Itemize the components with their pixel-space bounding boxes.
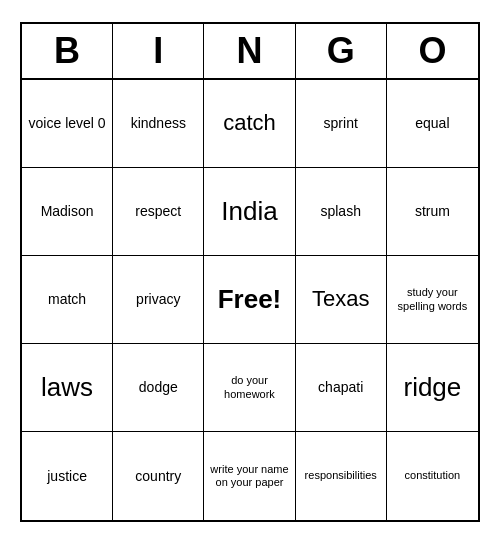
cell-r4-c4: constitution [387, 432, 478, 520]
cell-text-r1-c1: respect [135, 203, 181, 220]
cell-text-r0-c2: catch [223, 110, 276, 136]
bingo-card: BINGO voice level 0kindnesscatchsprinteq… [20, 22, 480, 522]
cell-text-r4-c1: country [135, 468, 181, 485]
cell-r2-c2: Free! [204, 256, 295, 344]
cell-text-r2-c4: study your spelling words [391, 286, 474, 312]
cell-text-r3-c1: dodge [139, 379, 178, 396]
header-letter-o: O [387, 24, 478, 78]
cell-text-r1-c3: splash [320, 203, 360, 220]
cell-text-r2-c3: Texas [312, 286, 369, 312]
cell-text-r2-c2: Free! [218, 284, 282, 315]
cell-text-r1-c4: strum [415, 203, 450, 220]
cell-text-r4-c2: write your name on your paper [208, 463, 290, 489]
cell-r3-c2: do your homework [204, 344, 295, 432]
cell-r3-c3: chapati [296, 344, 387, 432]
cell-r1-c4: strum [387, 168, 478, 256]
cell-r0-c0: voice level 0 [22, 80, 113, 168]
cell-r1-c1: respect [113, 168, 204, 256]
cell-r0-c3: sprint [296, 80, 387, 168]
cell-r2-c4: study your spelling words [387, 256, 478, 344]
header-letter-i: I [113, 24, 204, 78]
cell-r2-c0: match [22, 256, 113, 344]
header-letter-n: N [204, 24, 295, 78]
cell-text-r3-c0: laws [41, 372, 93, 403]
cell-r4-c3: responsibilities [296, 432, 387, 520]
cell-r0-c2: catch [204, 80, 295, 168]
cell-text-r3-c4: ridge [403, 372, 461, 403]
cell-r4-c1: country [113, 432, 204, 520]
cell-r4-c0: justice [22, 432, 113, 520]
cell-text-r4-c3: responsibilities [305, 469, 377, 482]
cell-r3-c0: laws [22, 344, 113, 432]
cell-text-r1-c0: Madison [41, 203, 94, 220]
cell-r3-c1: dodge [113, 344, 204, 432]
cell-r4-c2: write your name on your paper [204, 432, 295, 520]
cell-text-r4-c0: justice [47, 468, 87, 485]
cell-r2-c3: Texas [296, 256, 387, 344]
cell-text-r0-c4: equal [415, 115, 449, 132]
cell-text-r0-c3: sprint [324, 115, 358, 132]
cell-r2-c1: privacy [113, 256, 204, 344]
cell-text-r1-c2: India [221, 196, 277, 227]
cell-text-r3-c3: chapati [318, 379, 363, 396]
bingo-grid: voice level 0kindnesscatchsprintequalMad… [22, 80, 478, 520]
cell-r0-c1: kindness [113, 80, 204, 168]
cell-r3-c4: ridge [387, 344, 478, 432]
cell-text-r3-c2: do your homework [208, 374, 290, 400]
cell-text-r0-c1: kindness [131, 115, 186, 132]
cell-r1-c2: India [204, 168, 295, 256]
header-letter-g: G [296, 24, 387, 78]
cell-r0-c4: equal [387, 80, 478, 168]
cell-text-r4-c4: constitution [405, 469, 461, 482]
cell-text-r0-c0: voice level 0 [29, 115, 106, 132]
header-letter-b: B [22, 24, 113, 78]
cell-text-r2-c0: match [48, 291, 86, 308]
bingo-header: BINGO [22, 24, 478, 80]
cell-r1-c3: splash [296, 168, 387, 256]
cell-text-r2-c1: privacy [136, 291, 180, 308]
cell-r1-c0: Madison [22, 168, 113, 256]
